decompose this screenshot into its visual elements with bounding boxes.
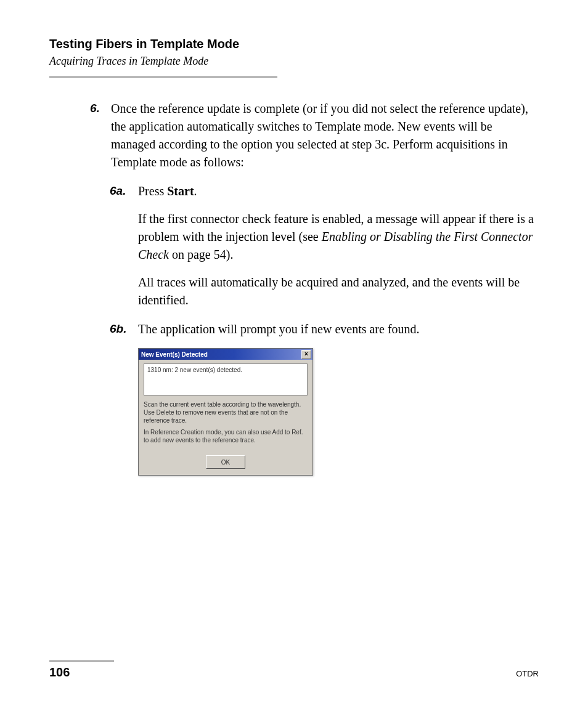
header-rule xyxy=(49,76,277,78)
step-6a-line1: Press Start. xyxy=(138,182,539,200)
dialog-titlebar: New Event(s) Detected × xyxy=(139,349,312,360)
step-6a-para3: All traces will automatically be acquire… xyxy=(138,274,539,309)
dialog-body: 1310 nm: 2 new event(s) detected. Scan t… xyxy=(139,360,312,475)
close-button[interactable]: × xyxy=(301,350,311,359)
dialog-new-events: New Event(s) Detected × 1310 nm: 2 new e… xyxy=(138,348,313,476)
step-6a: 6a. Press Start. If the first connector … xyxy=(138,182,539,309)
footer-rule xyxy=(49,660,114,662)
step-number: 6. xyxy=(90,100,100,117)
close-icon: × xyxy=(304,351,308,357)
dialog-msg-1: Scan the current event table according t… xyxy=(144,400,308,424)
footer-row: 106 OTDR xyxy=(49,665,539,680)
step-6: 6. Once the reference update is complete… xyxy=(111,100,539,171)
page: Testing Fibers in Template Mode Acquirin… xyxy=(0,0,588,714)
step-6a-para2: If the first connector check feature is … xyxy=(138,210,539,264)
step-6b: 6b. The application will prompt you if n… xyxy=(138,320,539,476)
text-fragment: on page 54). xyxy=(169,248,233,261)
substep-text: The application will prompt you if new e… xyxy=(138,320,539,476)
dialog-title: New Event(s) Detected xyxy=(141,351,208,359)
text-fragment: Press xyxy=(138,184,167,198)
substep-text: Press Start. If the first connector chec… xyxy=(138,182,539,309)
body-content: 6. Once the reference update is complete… xyxy=(111,100,539,476)
dialog-msg-2: In Reference Creation mode, you can also… xyxy=(144,428,308,444)
substeps: 6a. Press Start. If the first connector … xyxy=(138,182,539,476)
ok-button[interactable]: OK xyxy=(206,455,245,469)
substep-number: 6b. xyxy=(110,320,126,338)
step-6b-text: The application will prompt you if new e… xyxy=(138,320,539,338)
dialog-detected-box: 1310 nm: 2 new event(s) detected. xyxy=(144,363,308,396)
ok-label: OK xyxy=(221,458,230,466)
dialog-button-row: OK xyxy=(144,448,308,469)
detected-text: 1310 nm: 2 new event(s) detected. xyxy=(147,367,242,373)
text-fragment: . xyxy=(194,184,197,198)
section-title: Acquiring Traces in Template Mode xyxy=(49,55,539,68)
step-text: Once the reference update is complete (o… xyxy=(111,100,539,171)
substep-number: 6a. xyxy=(110,182,126,200)
doc-label: OTDR xyxy=(516,669,539,678)
chapter-title: Testing Fibers in Template Mode xyxy=(49,37,539,51)
page-number: 106 xyxy=(49,665,70,680)
start-label: Start xyxy=(167,184,194,198)
page-footer: 106 OTDR xyxy=(49,660,539,680)
